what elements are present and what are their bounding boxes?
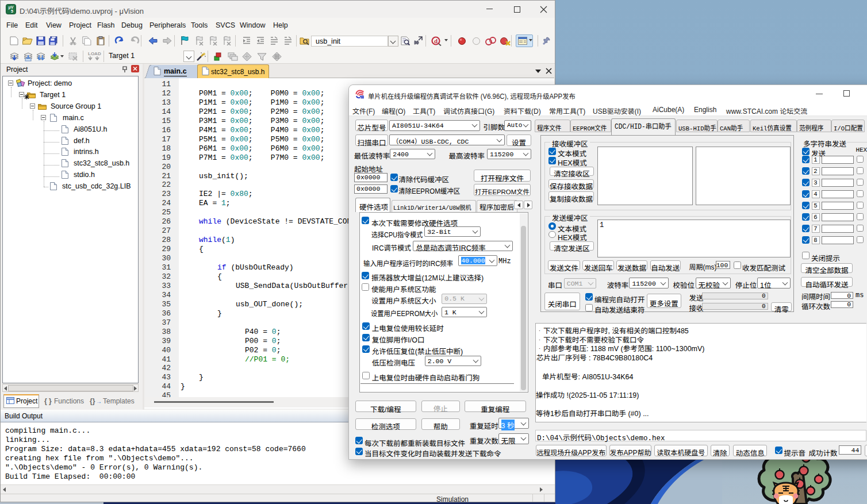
svg-text:d: d (434, 37, 438, 44)
svg-text:5: 5 (11, 9, 13, 13)
svg-text:LOAD: LOAD (88, 51, 101, 56)
